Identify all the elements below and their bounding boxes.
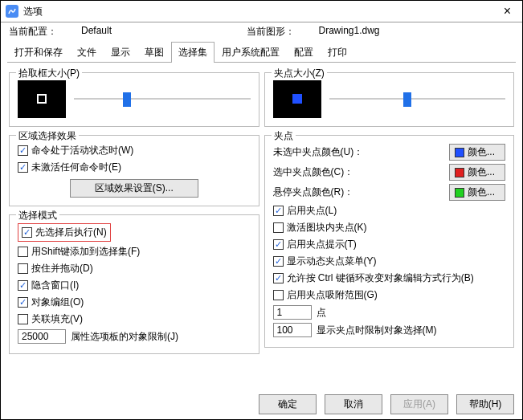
window-title: 选项 — [23, 5, 497, 18]
chk-region-active-label: 命令处于活动状态时(W) — [31, 144, 133, 157]
chk-region-noactive-label: 未激活任何命令时(E) — [31, 161, 121, 174]
chk-grip-snap[interactable] — [273, 290, 284, 300]
chk-grip-snap-label: 启用夹点吸附范围(G) — [287, 288, 378, 302]
chk-dyn-grip-menu-label: 显示动态夹点菜单(Y) — [287, 255, 377, 268]
tab-bar: 打开和保存 文件 显示 草图 选择集 用户系统配置 配置 打印 — [7, 41, 516, 63]
chk-grips-in-blocks[interactable] — [273, 222, 284, 233]
swatch-hover — [455, 188, 464, 198]
current-config-label: 当前配置： — [9, 25, 57, 39]
chk-assoc-hatch[interactable] — [18, 314, 28, 324]
chk-dyn-grip-menu[interactable] — [273, 256, 284, 267]
grip-limit-label: 显示夹点时限制对象选择(M) — [317, 324, 437, 337]
grip-snap-unit: 点 — [317, 306, 326, 320]
chk-implied-window-label: 隐含窗口(I) — [31, 279, 79, 292]
swatch-unsel — [455, 148, 464, 157]
gripsize-title: 夹点大小(Z) — [272, 67, 327, 80]
unsel-grip-color-label: 未选中夹点颜色(U)： — [273, 145, 364, 159]
selection-mode-title: 选择模式 — [16, 209, 59, 222]
pickbox-size-group: 拾取框大小(P) — [9, 72, 259, 127]
help-button[interactable]: 帮助(H) — [456, 394, 514, 414]
sel-grip-color-label: 选中夹点颜色(C)： — [273, 165, 354, 179]
chk-region-noactive[interactable] — [18, 162, 28, 173]
hover-grip-color-label: 悬停夹点颜色(R)： — [273, 186, 354, 199]
apply-button[interactable]: 应用(A) — [390, 394, 448, 414]
chk-grip-tips[interactable] — [273, 239, 284, 250]
current-config-value: Default — [81, 25, 112, 39]
chk-implied-window[interactable] — [18, 280, 28, 291]
tab-plot[interactable]: 打印 — [321, 42, 354, 63]
chk-ctrl-cycle[interactable] — [273, 273, 284, 283]
tab-drafting[interactable]: 草图 — [137, 42, 171, 63]
region-effect-settings-button[interactable]: 区域效果设置(S)... — [70, 179, 198, 198]
current-drawing-value: Drawing1.dwg — [319, 25, 380, 39]
pickbox-size-title: 拾取框大小(P) — [16, 67, 82, 80]
tab-files[interactable]: 文件 — [70, 42, 104, 63]
region-select-group: 区域选择效果 命令处于活动状态时(W) 未激活任何命令时(E) 区域效果设置(S… — [9, 135, 259, 206]
chk-object-group-label: 对象编组(O) — [31, 296, 84, 309]
tab-profiles[interactable]: 配置 — [287, 42, 321, 63]
chk-assoc-hatch-label: 关联填充(V) — [31, 312, 83, 326]
chk-press-drag-label: 按住并拖动(D) — [31, 262, 93, 275]
tab-display[interactable]: 显示 — [104, 42, 137, 63]
grip-group: 夹点 未选中夹点颜色(U)： 颜色... 选中夹点颜色(C)： 颜色... 悬停… — [264, 135, 515, 348]
app-icon — [6, 5, 18, 18]
current-drawing-label: 当前图形： — [247, 25, 295, 39]
tab-selection[interactable]: 选择集 — [171, 42, 215, 63]
chk-noun-verb[interactable] — [22, 227, 32, 238]
tab-user-prefs[interactable]: 用户系统配置 — [215, 42, 287, 63]
tab-open-save[interactable]: 打开和保存 — [7, 42, 70, 63]
unsel-grip-color-button[interactable]: 颜色... — [449, 144, 505, 161]
gripsize-slider[interactable] — [329, 91, 506, 107]
chk-shift-add[interactable] — [18, 247, 28, 257]
chk-enable-grips[interactable] — [273, 206, 284, 216]
pickbox-preview — [18, 80, 66, 118]
pickbox-slider[interactable] — [74, 91, 251, 107]
ok-button[interactable]: 确定 — [259, 394, 317, 414]
prop-limit-field[interactable]: 25000 — [18, 329, 66, 344]
grip-limit-field[interactable]: 100 — [273, 323, 312, 337]
sel-grip-color-button[interactable]: 颜色... — [449, 164, 505, 181]
cancel-button[interactable]: 取消 — [325, 394, 382, 414]
chk-shift-add-label: 用Shift键添加到选择集(F) — [31, 245, 140, 259]
grip-snap-field[interactable]: 1 — [273, 305, 312, 320]
grip-preview — [273, 80, 321, 118]
chk-region-active[interactable] — [18, 145, 28, 156]
prop-limit-label: 属性选项板的对象限制(J) — [71, 330, 178, 344]
swatch-sel — [455, 168, 464, 177]
hover-grip-color-button[interactable]: 颜色... — [449, 184, 505, 201]
grip-title: 夹点 — [272, 129, 296, 143]
region-select-title: 区域选择效果 — [16, 129, 79, 143]
chk-ctrl-cycle-label: 允许按 Ctrl 键循环改变对象编辑方式行为(B) — [287, 271, 474, 285]
chk-object-group[interactable] — [18, 297, 28, 308]
selection-mode-group: 选择模式 先选择后执行(N) 用Shift键添加到选择集(F) 按住并拖动(D)… — [9, 214, 259, 354]
chk-enable-grips-label: 启用夹点(L) — [287, 204, 337, 218]
gripsize-group: 夹点大小(Z) — [264, 72, 515, 127]
close-icon[interactable]: × — [497, 4, 517, 18]
chk-grip-tips-label: 启用夹点提示(T) — [287, 238, 357, 251]
chk-grips-in-blocks-label: 激活图块内夹点(K) — [287, 221, 367, 234]
chk-noun-verb-label: 先选择后执行(N) — [35, 226, 107, 239]
highlight-box: 先选择后执行(N) — [18, 223, 111, 242]
chk-press-drag[interactable] — [18, 263, 28, 274]
